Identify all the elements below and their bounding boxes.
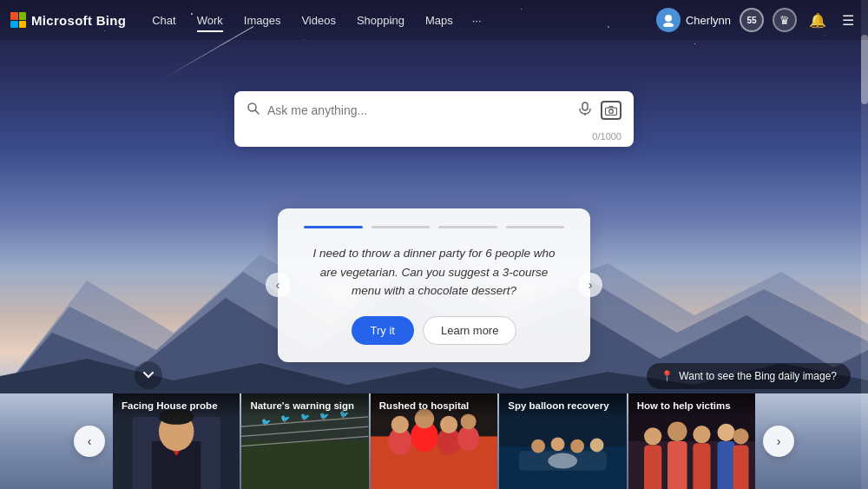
svg-point-50 xyxy=(644,427,661,445)
news-card-1-title: Facing House probe xyxy=(113,393,240,418)
card-next-button[interactable]: › xyxy=(578,273,602,297)
scroll-down-button[interactable] xyxy=(135,361,162,389)
svg-point-53 xyxy=(717,424,734,441)
search-input[interactable] xyxy=(267,103,569,117)
progress-dot-4 xyxy=(506,226,565,228)
nav-shopping[interactable]: Shopping xyxy=(348,10,413,30)
svg-point-45 xyxy=(570,439,584,453)
svg-rect-8 xyxy=(582,102,588,110)
svg-point-4 xyxy=(665,15,672,22)
svg-rect-57 xyxy=(693,443,710,489)
search-actions xyxy=(576,100,621,121)
svg-point-37 xyxy=(440,416,457,433)
news-card-5[interactable]: How to help victims xyxy=(628,393,755,489)
svg-point-47 xyxy=(549,453,578,469)
news-strip: ‹ Facing House probe Nature's warning si… xyxy=(0,393,868,489)
nav-maps[interactable]: Maps xyxy=(417,10,462,30)
location-icon: 📍 xyxy=(661,370,674,382)
svg-point-11 xyxy=(609,109,614,113)
bing-image-label: Want to see the Bing daily image? xyxy=(679,370,837,382)
nav-links: Chat Work Images Videos Shopping Maps ··… xyxy=(143,10,656,30)
news-card-4-title: Spy balloon recovery xyxy=(499,393,626,418)
notifications-icon[interactable]: 🔔 xyxy=(806,9,830,32)
progress-indicators xyxy=(304,226,564,228)
news-card-3[interactable]: Rushed to hospital xyxy=(371,393,497,489)
logo-text: Microsoft Bing xyxy=(31,13,126,28)
progress-dot-1 xyxy=(304,226,363,228)
camera-button[interactable] xyxy=(601,101,621,120)
rewards-badge[interactable]: 55 xyxy=(740,8,764,32)
suggestion-actions: Try it Learn more xyxy=(304,316,564,345)
hamburger-menu-icon[interactable]: ☰ xyxy=(838,9,858,32)
username: Cherlynn xyxy=(686,14,731,27)
svg-point-52 xyxy=(693,426,710,443)
svg-point-5 xyxy=(663,23,674,27)
svg-rect-10 xyxy=(606,108,617,116)
scrollbar-thumb[interactable] xyxy=(861,35,868,104)
nav-more-button[interactable]: ··· xyxy=(465,10,489,30)
bottom-area: 📍 Want to see the Bing daily image? ‹ Fa… xyxy=(0,393,868,489)
rewards-count: 55 xyxy=(746,16,756,25)
card-prev-button[interactable]: ‹ xyxy=(266,273,290,297)
nav-chat[interactable]: Chat xyxy=(143,10,184,30)
search-container: 0/1000 xyxy=(234,91,634,147)
microphone-button[interactable] xyxy=(576,100,594,121)
user-area[interactable]: Cherlynn xyxy=(656,8,731,32)
svg-point-46 xyxy=(590,439,604,453)
avatar xyxy=(656,8,681,32)
svg-rect-59 xyxy=(733,446,748,489)
try-it-button[interactable]: Try it xyxy=(352,316,414,345)
svg-point-43 xyxy=(531,439,545,453)
progress-dot-2 xyxy=(372,226,431,228)
char-count: 0/1000 xyxy=(234,129,634,147)
suggestion-text: I need to throw a dinner party for 6 peo… xyxy=(304,244,564,301)
news-next-button[interactable]: › xyxy=(763,426,794,457)
svg-point-51 xyxy=(667,421,687,441)
bing-daily-image-button[interactable]: 📍 Want to see the Bing daily image? xyxy=(647,363,851,389)
news-card-5-title: How to help victims xyxy=(628,393,755,418)
svg-text:🐦: 🐦 xyxy=(261,417,272,427)
nav-right: Cherlynn 55 ♛ 🔔 ☰ xyxy=(656,8,858,32)
svg-rect-56 xyxy=(667,441,687,489)
nav-work[interactable]: Work xyxy=(188,10,232,30)
suggestion-card: ‹ I need to throw a dinner party for 6 p… xyxy=(278,208,590,362)
news-card-1[interactable]: Facing House probe xyxy=(113,393,240,489)
rewards-crown-icon[interactable]: ♛ xyxy=(773,8,797,32)
svg-rect-58 xyxy=(717,441,734,489)
news-card-2-title: Nature's warning sign xyxy=(241,393,368,418)
progress-dot-3 xyxy=(438,226,497,228)
svg-point-54 xyxy=(733,428,748,444)
svg-point-44 xyxy=(551,437,565,451)
microsoft-logo-icon xyxy=(10,12,26,28)
nav-images[interactable]: Images xyxy=(235,10,290,30)
svg-rect-55 xyxy=(644,446,661,489)
logo-area[interactable]: Microsoft Bing xyxy=(10,12,126,28)
svg-rect-20 xyxy=(241,441,368,489)
search-icon xyxy=(247,102,260,119)
news-card-3-title: Rushed to hospital xyxy=(371,393,497,418)
svg-point-35 xyxy=(391,416,408,433)
navbar: Microsoft Bing Chat Work Images Videos S… xyxy=(0,0,868,40)
learn-more-button[interactable]: Learn more xyxy=(423,316,516,345)
search-box: 0/1000 xyxy=(234,91,634,147)
news-card-2[interactable]: Nature's warning sign 🐦 🐦 🐦 🐦 🐦 xyxy=(241,393,368,489)
svg-line-7 xyxy=(255,110,259,114)
news-prev-button[interactable]: ‹ xyxy=(74,426,105,457)
nav-videos[interactable]: Videos xyxy=(293,10,345,30)
news-card-4[interactable]: Spy balloon recovery xyxy=(499,393,626,489)
